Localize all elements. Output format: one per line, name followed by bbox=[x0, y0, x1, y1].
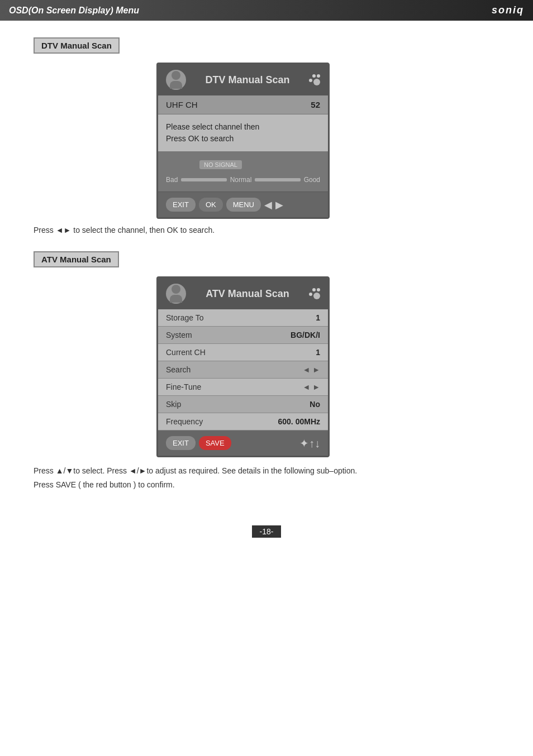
atv-menu-row: Search ◄ ► bbox=[158, 361, 328, 379]
dtv-message-box: Please select channel then Press OK to s… bbox=[158, 114, 328, 152]
atv-person-icon bbox=[166, 284, 186, 304]
menu-button[interactable]: MENU bbox=[226, 198, 261, 212]
atv-menu-row: Current CH 1 bbox=[158, 344, 328, 361]
person-head bbox=[172, 71, 180, 80]
atv-row-label-4: Fine-Tune bbox=[166, 382, 201, 391]
main-content: DTV Manual Scan DTV Manual Scan bbox=[0, 21, 533, 509]
normal-label: Normal bbox=[230, 176, 252, 184]
exit-button[interactable]: EXIT bbox=[166, 198, 196, 212]
no-signal-badge: NO SIGNAL bbox=[199, 160, 242, 169]
dtv-screen: DTV Manual Scan UHF CH 52 bbox=[156, 63, 330, 219]
atv-row-value-6: 600. 00MHz bbox=[278, 417, 320, 426]
atv-menu-row: System BG/DK/I bbox=[158, 327, 328, 344]
atv-section: ATV Manual Scan ATV Manual Scan bbox=[34, 251, 499, 492]
atv-menu-row: Storage To 1 bbox=[158, 309, 328, 327]
atv-menu-row: Skip No bbox=[158, 396, 328, 413]
tv-person-icon bbox=[166, 70, 186, 90]
dtv-caption: Press ◄► to select the channel, then OK … bbox=[34, 226, 499, 235]
channel-label: UHF CH bbox=[166, 100, 198, 109]
atv-row-value-0: 1 bbox=[316, 313, 320, 322]
left-arrow-icon[interactable]: ◀ bbox=[264, 199, 272, 211]
good-label: Good bbox=[304, 176, 320, 184]
atv-row-label-6: Frequency bbox=[166, 417, 203, 426]
atv-screen-header: ATV Manual Scan bbox=[158, 278, 328, 309]
atv-row-value-3[interactable]: ◄ ► bbox=[302, 365, 320, 374]
atv-footer-caption: Press ▲/▼to select. Press ◄/►to adjust a… bbox=[34, 464, 499, 492]
atv-save-button[interactable]: SAVE bbox=[199, 436, 231, 450]
signal-bar-2 bbox=[255, 178, 300, 181]
atv-buttons-bar: EXIT SAVE ✦↑↓ bbox=[158, 430, 328, 456]
dtv-section-label: DTV Manual Scan bbox=[34, 37, 120, 54]
page-number-area: -18- bbox=[0, 525, 533, 538]
atv-row-label-0: Storage To bbox=[166, 313, 203, 322]
atv-person-body bbox=[170, 295, 182, 303]
atv-row-value-2: 1 bbox=[316, 348, 320, 357]
atv-row-label-5: Skip bbox=[166, 400, 181, 409]
dtv-screen-title: DTV Manual Scan bbox=[205, 74, 289, 86]
atv-row-value-5: No bbox=[310, 400, 320, 409]
page-header: OSD(On Screen Display) Menu soniq bbox=[0, 0, 533, 21]
dtv-message: Please select channel then Press OK to s… bbox=[166, 121, 320, 145]
dtv-section: DTV Manual Scan DTV Manual Scan bbox=[34, 37, 499, 235]
atv-menu-row: Fine-Tune ◄ ► bbox=[158, 379, 328, 396]
page-title: OSD(On Screen Display) Menu bbox=[9, 6, 139, 16]
signal-bar-area: Bad Normal Good bbox=[166, 176, 320, 184]
ok-button[interactable]: OK bbox=[199, 198, 223, 212]
signal-bar bbox=[181, 178, 226, 181]
page-number: -18- bbox=[252, 525, 282, 538]
atv-exit-button[interactable]: EXIT bbox=[166, 436, 196, 450]
atv-row-value-4[interactable]: ◄ ► bbox=[302, 382, 320, 391]
dtv-buttons-bar: EXIT OK MENU ◀ ▶ bbox=[158, 192, 328, 217]
atv-person-head bbox=[172, 285, 180, 294]
atv-menu-rows: Storage To 1 System BG/DK/I Current CH 1… bbox=[158, 309, 328, 430]
atv-section-label: ATV Manual Scan bbox=[34, 251, 119, 267]
person-body bbox=[170, 81, 182, 89]
dtv-signal-area: NO SIGNAL Bad Normal Good bbox=[158, 152, 328, 192]
atv-nav-icon: ✦↑↓ bbox=[299, 437, 320, 450]
footer-line1: Press ▲/▼to select. Press ◄/►to adjust a… bbox=[34, 464, 499, 478]
channel-value: 52 bbox=[311, 100, 320, 109]
brand-logo: soniq bbox=[492, 4, 524, 16]
atv-row-label-3: Search bbox=[166, 365, 191, 374]
dots-icon bbox=[309, 74, 320, 85]
dtv-screen-header: DTV Manual Scan bbox=[158, 64, 328, 95]
atv-menu-row: Frequency 600. 00MHz bbox=[158, 413, 328, 430]
atv-screen-title: ATV Manual Scan bbox=[206, 288, 289, 300]
atv-dots-icon bbox=[309, 288, 320, 299]
atv-row-label-2: Current CH bbox=[166, 348, 206, 357]
atv-screen: ATV Manual Scan Storage To 1 System bbox=[156, 276, 330, 457]
dtv-channel-row: UHF CH 52 bbox=[158, 95, 328, 114]
footer-line2: Press SAVE ( the red button ) to confirm… bbox=[34, 478, 499, 492]
atv-row-label-1: System bbox=[166, 331, 192, 339]
right-arrow-icon[interactable]: ▶ bbox=[275, 199, 283, 211]
atv-row-value-1: BG/DK/I bbox=[291, 331, 320, 339]
bad-label: Bad bbox=[166, 176, 178, 184]
